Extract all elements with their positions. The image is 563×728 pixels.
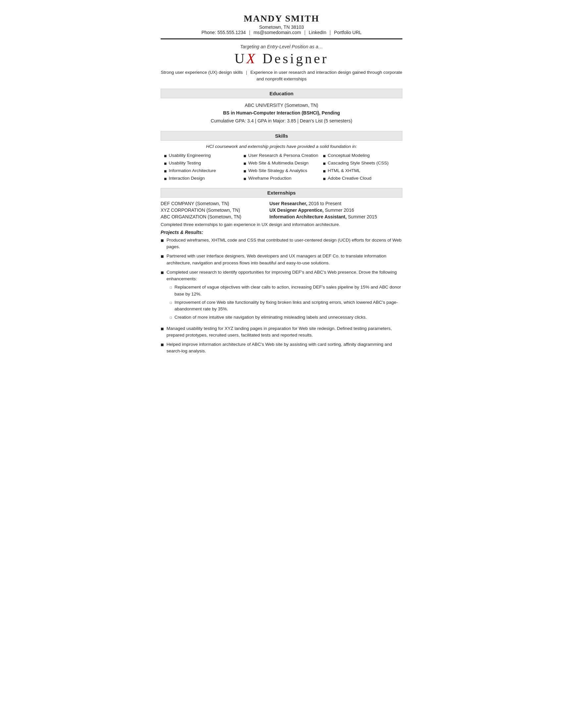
projects-bullet-list: ■Produced wireframes, XHTML code and CSS… — [161, 237, 402, 355]
contact-line: Phone: 555.555.1234 | ms@somedomain.com … — [161, 30, 402, 35]
skill-bullet: ■ — [243, 161, 246, 166]
externship-summary: Completed three externships to gain expe… — [161, 222, 402, 227]
project-bullet: ■Produced wireframes, XHTML code and CSS… — [161, 237, 402, 250]
skill-item: ■Usability Engineering — [164, 152, 240, 159]
skill-text: Usability Engineering — [168, 153, 211, 158]
phone: 555.555.1234 — [217, 30, 246, 35]
skill-item: ■Usability Testing — [164, 160, 240, 167]
linkedin-link[interactable]: LinkedIn — [309, 30, 326, 35]
square-bullet-icon: ■ — [161, 237, 164, 245]
skill-item: ■Web Site Strategy & Analytics — [243, 167, 320, 174]
ext-company: ABC ORGANIZATION (Sometown, TN) — [161, 214, 269, 219]
university: ABC UNIVERSITY (Sometown, TN) — [161, 102, 402, 110]
skill-bullet: ■ — [323, 176, 326, 181]
sub-bullet: □Improvement of core Web site functional… — [170, 299, 402, 313]
ext-role: UX Designer Apprentice, Summer 2016 — [269, 207, 403, 213]
skill-text: HTML & XHTML — [328, 168, 360, 173]
bullet-text: Produced wireframes, XHTML code and CSS … — [166, 237, 402, 250]
skill-bullet: ■ — [243, 176, 246, 181]
skill-text: Information Architecture — [168, 168, 216, 173]
ext-role: Information Architecture Assistant, Summ… — [269, 214, 403, 219]
email: ms@somedomain.com — [253, 30, 301, 35]
resume-header: MANDY SMITH Sometown, TN 38103 Phone: 55… — [161, 13, 402, 39]
skill-bullet: ■ — [164, 168, 166, 174]
tagline: Strong user experience (UX) design skill… — [161, 69, 402, 83]
skill-item: ■Adobe Creative Cloud — [323, 175, 399, 182]
project-bullet: ■Managed usability testing for XYZ landi… — [161, 325, 402, 339]
small-bullet-icon: □ — [170, 300, 172, 305]
skill-item: ■User Research & Persona Creation — [243, 152, 320, 159]
project-bullet: ■Partnered with user interface designers… — [161, 253, 402, 266]
phone-label: Phone: — [201, 30, 216, 35]
sub-bullet: □Replacement of vague objectives with cl… — [170, 284, 402, 297]
bullet-text: Helped improve information architecture … — [166, 341, 402, 355]
skill-item: ■Cascading Style Sheets (CSS) — [323, 160, 399, 167]
externships-table: DEF COMPANY (Sometown, TN) User Research… — [161, 201, 402, 219]
ext-company: XYZ CORPORATION (Sometown, TN) — [161, 207, 269, 213]
skill-text: Wireframe Production — [248, 176, 292, 181]
square-bullet-icon: ■ — [161, 252, 164, 260]
skill-text: Interaction Design — [168, 176, 205, 181]
candidate-name: MANDY SMITH — [161, 13, 402, 24]
skill-item: ■Web Site & Multimedia Design — [243, 160, 320, 167]
skill-bullet: ■ — [323, 161, 326, 166]
tagline-pipe: | — [246, 70, 247, 75]
ux-prefix: U — [234, 51, 246, 66]
skill-item: ■Wireframe Production — [243, 175, 320, 182]
sub-bullet-text: Replacement of vague objectives with cle… — [174, 284, 402, 297]
externship-row: XYZ CORPORATION (Sometown, TN) UX Design… — [161, 207, 402, 213]
gpa: Cumulative GPA: 3.4 | GPA in Major: 3.85… — [161, 117, 402, 125]
sep2: | — [305, 30, 306, 35]
skills-grid: ■Usability Engineering■User Research & P… — [164, 152, 399, 182]
skill-item: ■Interaction Design — [164, 175, 240, 182]
ux-x: X — [246, 51, 257, 66]
sub-bullet-list: □Replacement of vague objectives with cl… — [170, 284, 402, 321]
externship-row: DEF COMPANY (Sometown, TN) User Research… — [161, 201, 402, 206]
project-bullet: ■Helped improve information architecture… — [161, 341, 402, 355]
sub-bullet: □Creation of more intuitive site navigat… — [170, 314, 402, 321]
bullet-text: Managed usability testing for XYZ landin… — [166, 325, 402, 339]
sub-bullet-text: Creation of more intuitive site navigati… — [174, 314, 367, 321]
skill-bullet: ■ — [164, 153, 166, 159]
skill-text: Web Site & Multimedia Design — [248, 160, 308, 165]
project-bullet: ■Completed user research to identify opp… — [161, 269, 402, 323]
ext-company: DEF COMPANY (Sometown, TN) — [161, 201, 269, 206]
education-section-header: Education — [161, 89, 402, 98]
skill-bullet: ■ — [164, 161, 166, 166]
projects-header: Projects & Results: — [161, 230, 402, 235]
ux-title: UX Designer — [161, 51, 402, 67]
square-bullet-icon: ■ — [161, 341, 164, 349]
ext-role: User Researcher, 2016 to Present — [269, 201, 403, 206]
skill-bullet: ■ — [323, 168, 326, 174]
bullet-text: Partnered with user interface designers,… — [166, 253, 402, 266]
skill-bullet: ■ — [243, 153, 246, 159]
skill-item: ■HTML & XHTML — [323, 167, 399, 174]
education-content: ABC UNIVERSITY (Sometown, TN) BS in Huma… — [161, 102, 402, 125]
skills-section-header: Skills — [161, 131, 402, 141]
externship-row: ABC ORGANIZATION (Sometown, TN) Informat… — [161, 214, 402, 219]
targeting-subtitle: Targeting an Entry-Level Position as a… — [161, 44, 402, 49]
square-bullet-icon: ■ — [161, 325, 164, 333]
tagline-part1: Strong user experience (UX) design skill… — [161, 70, 243, 75]
skill-text: Web Site Strategy & Analytics — [248, 168, 307, 173]
sep1: | — [249, 30, 250, 35]
skill-text: Usability Testing — [168, 160, 201, 165]
targeting-section: Targeting an Entry-Level Position as a… … — [161, 44, 402, 83]
sub-bullet-text: Improvement of core Web site functionali… — [174, 299, 402, 313]
externships-section-header: Externships — [161, 188, 402, 198]
skill-text: Adobe Creative Cloud — [328, 176, 371, 181]
sep3: | — [330, 30, 331, 35]
small-bullet-icon: □ — [170, 285, 172, 290]
skills-intro: HCI coursework and externship projects h… — [161, 144, 402, 149]
skill-item: ■Information Architecture — [164, 167, 240, 174]
skill-bullet: ■ — [243, 168, 246, 174]
small-bullet-icon: □ — [170, 315, 172, 320]
skill-bullet: ■ — [323, 153, 326, 159]
skill-text: Conceptual Modeling — [328, 153, 370, 158]
location: Sometown, TN 38103 — [161, 24, 402, 30]
ux-suffix: Designer — [257, 51, 329, 66]
degree: BS in Human-Computer Interaction (BSHCI)… — [161, 109, 402, 117]
skill-bullet: ■ — [164, 176, 166, 181]
skill-text: User Research & Persona Creation — [248, 153, 318, 158]
portfolio-link[interactable]: Portfolio URL — [334, 30, 362, 35]
